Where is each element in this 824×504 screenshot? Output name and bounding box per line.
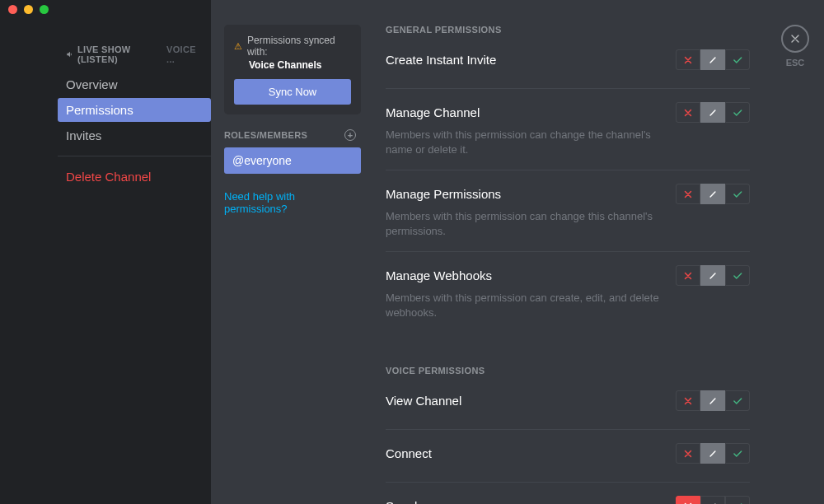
- toggle-allow[interactable]: [725, 184, 750, 204]
- volume-icon: [66, 50, 74, 58]
- window-controls: [0, 0, 211, 18]
- sync-now-button[interactable]: Sync Now: [234, 79, 351, 105]
- toggle-neutral[interactable]: [700, 390, 725, 411]
- permissions-column: GENERAL PERMISSIONSCreate Instant Invite…: [361, 0, 766, 504]
- sidebar: LIVE SHOW (LISTEN) VOICE ... OverviewPer…: [0, 0, 211, 504]
- sync-text: ⚠ Permissions synced with:: [234, 35, 351, 58]
- breadcrumb-channel: LIVE SHOW (LISTEN): [77, 44, 163, 64]
- toggle-deny[interactable]: [676, 443, 700, 464]
- permission-row: Connect: [386, 443, 750, 483]
- permission-group-header: VOICE PERMISSIONS: [386, 366, 750, 376]
- esc-label: ESC: [786, 58, 805, 68]
- toggle-allow[interactable]: [725, 496, 750, 504]
- permission-row: Manage ChannelMembers with this permissi…: [386, 102, 750, 170]
- permission-row: Manage PermissionsMembers with this perm…: [386, 184, 750, 252]
- permission-title: Manage Channel: [386, 105, 480, 119]
- toggle-neutral[interactable]: [700, 102, 725, 123]
- sidebar-item-invites[interactable]: Invites: [58, 124, 211, 147]
- add-role-button[interactable]: +: [344, 129, 356, 141]
- breadcrumb: LIVE SHOW (LISTEN) VOICE ...: [66, 44, 203, 64]
- permission-row: Create Instant Invite: [386, 49, 750, 89]
- roles-column: ⚠ Permissions synced with: Voice Channel…: [224, 0, 361, 504]
- permission-row: Manage WebhooksMembers with this permiss…: [386, 265, 750, 333]
- close-button[interactable]: [781, 25, 809, 53]
- permission-description: Members with this permission can create,…: [386, 291, 674, 320]
- roles-header: ROLES/MEMBERS +: [224, 129, 361, 141]
- permission-toggle: [676, 443, 750, 464]
- sync-category: Voice Channels: [249, 59, 351, 71]
- toggle-neutral[interactable]: [700, 265, 725, 286]
- breadcrumb-category: VOICE ...: [166, 44, 203, 64]
- toggle-deny[interactable]: [676, 265, 700, 286]
- toggle-neutral[interactable]: [700, 49, 725, 70]
- permission-toggle: [676, 49, 750, 70]
- toggle-allow[interactable]: [725, 49, 750, 70]
- toggle-deny[interactable]: [676, 49, 700, 70]
- role-item[interactable]: @everyone: [224, 147, 361, 174]
- toggle-deny[interactable]: [676, 102, 700, 123]
- minimize-window-icon[interactable]: [24, 5, 33, 14]
- toggle-deny[interactable]: [676, 390, 700, 411]
- toggle-neutral[interactable]: [700, 496, 725, 504]
- permission-title: View Channel: [386, 394, 461, 408]
- permission-toggle: [676, 496, 750, 504]
- permission-title: Manage Permissions: [386, 187, 501, 201]
- permission-title: Create Instant Invite: [386, 53, 496, 67]
- permission-toggle: [676, 390, 750, 411]
- sidebar-item-overview[interactable]: Overview: [58, 72, 211, 96]
- permission-row: View Channel: [386, 390, 750, 430]
- help-link[interactable]: Need help with permissions?: [224, 190, 361, 215]
- toggle-allow[interactable]: [725, 102, 750, 123]
- permission-toggle: [676, 184, 750, 204]
- toggle-allow[interactable]: [725, 390, 750, 411]
- permission-group-header: GENERAL PERMISSIONS: [386, 25, 750, 35]
- maximize-window-icon[interactable]: [40, 5, 49, 14]
- close-column: ESC: [766, 0, 824, 504]
- toggle-deny[interactable]: [676, 184, 700, 204]
- nav-separator: [58, 156, 211, 156]
- toggle-neutral[interactable]: [700, 184, 725, 204]
- main-content: ⚠ Permissions synced with: Voice Channel…: [211, 0, 824, 504]
- sync-box: ⚠ Permissions synced with: Voice Channel…: [224, 25, 361, 114]
- permission-row: Speak: [386, 496, 750, 504]
- permission-title: Manage Webhooks: [386, 268, 492, 282]
- permission-title: Connect: [386, 446, 432, 460]
- roles-header-label: ROLES/MEMBERS: [224, 130, 307, 140]
- toggle-neutral[interactable]: [700, 443, 725, 464]
- close-window-icon[interactable]: [8, 5, 17, 14]
- permission-toggle: [676, 265, 750, 286]
- delete-channel-button[interactable]: Delete Channel: [58, 165, 211, 189]
- sidebar-item-permissions[interactable]: Permissions: [58, 98, 211, 122]
- warning-icon: ⚠: [234, 41, 242, 52]
- permission-description: Members with this permission can change …: [386, 128, 674, 156]
- permission-description: Members with this permission can change …: [386, 209, 674, 238]
- toggle-allow[interactable]: [725, 443, 750, 464]
- sync-text-label: Permissions synced with:: [247, 35, 351, 58]
- permission-title: Speak: [386, 499, 421, 504]
- permission-toggle: [676, 102, 750, 123]
- toggle-deny[interactable]: [676, 496, 700, 504]
- toggle-allow[interactable]: [725, 265, 750, 286]
